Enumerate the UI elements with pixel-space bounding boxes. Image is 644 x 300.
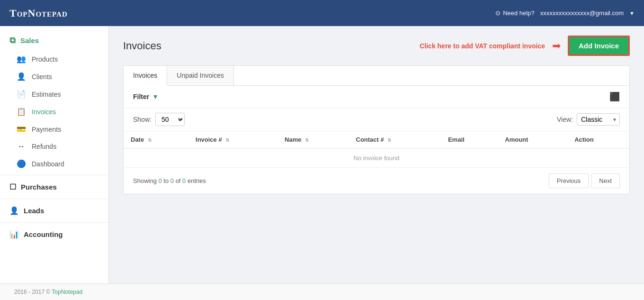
header: TopNotepad ⊙ Need help? xxxxxxxxxxxxxxxx… (0, 0, 644, 26)
show-select[interactable]: 10 25 50 100 (155, 113, 185, 126)
main-layout: ⧉ Sales 👥 Products 👤 Clients 📄 Estimates… (0, 26, 644, 283)
view-select[interactable]: Classic Modern Compact (577, 113, 620, 126)
add-invoice-button[interactable]: Add Invoice (568, 36, 630, 56)
view-select-wrapper: Classic Modern Compact (577, 113, 620, 126)
logo: TopNotepad (9, 7, 68, 19)
table-empty-row: No invoice found (124, 148, 629, 168)
sidebar-item-estimates[interactable]: 📄 Estimates (0, 85, 108, 103)
sidebar-item-products[interactable]: 👥 Products (0, 50, 108, 68)
col-invoice-num[interactable]: Invoice # ⇅ (188, 131, 277, 148)
pagination: Previous Next (549, 173, 620, 188)
entries-info: Showing 0 to 0 of 0 entries (133, 177, 206, 184)
page-footer: 2016 - 2017 © TopNotepad (0, 283, 644, 300)
controls-bar: Show: 10 25 50 100 View: Class (124, 108, 629, 131)
filter-bar: Filter ▼ ⬛ (124, 86, 629, 108)
tab-unpaid-invoices[interactable]: Unpaid Invoices (167, 66, 234, 85)
sidebar-item-payments[interactable]: 💳 Payments (0, 120, 108, 138)
col-name[interactable]: Name ⇅ (277, 131, 349, 148)
sidebar-accounting-header[interactable]: 📊 Accounting (0, 225, 108, 244)
col-email: Email (441, 131, 498, 148)
sort-invoice-icon: ⇅ (225, 137, 229, 143)
next-button[interactable]: Next (591, 173, 620, 188)
products-icon: 👥 (17, 55, 26, 64)
show-label: Show: (133, 116, 152, 123)
invoices-card: Invoices Unpaid Invoices Filter ▼ ⬛ Show… (123, 65, 630, 194)
arrow-right-icon: ➡ (552, 40, 561, 52)
showing-suffix: entries (186, 177, 206, 184)
dashboard-icon: 🔵 (17, 159, 26, 168)
sort-name-icon: ⇅ (305, 137, 309, 143)
sidebar-leads-header[interactable]: 👤 Leads (0, 201, 108, 220)
showing-prefix: Showing (133, 177, 158, 184)
sidebar-divider-3 (0, 222, 108, 223)
sort-contact-icon: ⇅ (387, 137, 391, 143)
sidebar-purchases-header[interactable]: ☐ Purchases (0, 178, 108, 196)
filter-label: Filter (133, 93, 149, 100)
help-link[interactable]: ⊙ Need help? (495, 9, 535, 17)
sidebar-divider-2 (0, 199, 108, 199)
sort-date-icon: ⇅ (148, 137, 152, 143)
table-body: No invoice found (124, 148, 629, 168)
showing-to: 0 (170, 177, 174, 184)
purchases-icon: ☐ (9, 182, 16, 191)
clients-icon: 👤 (17, 72, 26, 81)
export-icon[interactable]: ⬛ (609, 91, 620, 102)
view-control: View: Classic Modern Compact (557, 113, 620, 126)
table-footer: Showing 0 to 0 of 0 entries Previous Nex… (124, 168, 629, 194)
page-header: Invoices Click here to add VAT compliant… (123, 36, 630, 56)
footer-text: 2016 - 2017 © TopNotepad (14, 289, 82, 295)
invoices-table: Date ⇅ Invoice # ⇅ Name ⇅ (124, 131, 629, 168)
view-label: View: (557, 116, 573, 123)
filter-icon: ▼ (152, 93, 159, 100)
sidebar-item-invoices[interactable]: 📋 Invoices (0, 103, 108, 120)
accounting-icon: 📊 (9, 230, 19, 239)
estimates-icon: 📄 (17, 90, 26, 99)
showing-from: 0 (158, 177, 161, 184)
sidebar: ⧉ Sales 👥 Products 👤 Clients 📄 Estimates… (0, 26, 109, 283)
page-header-right: Click here to add VAT compliant invoice … (420, 36, 630, 56)
col-amount: Amount (498, 131, 567, 148)
content-area: Invoices Click here to add VAT compliant… (109, 26, 644, 283)
filter-left: Filter ▼ (133, 93, 159, 100)
help-circle-icon: ⊙ (495, 9, 501, 17)
tabs-container: Invoices Unpaid Invoices (124, 66, 629, 86)
layers-icon: ⧉ (9, 36, 16, 45)
table-header: Date ⇅ Invoice # ⇅ Name ⇅ (124, 131, 629, 148)
vat-prompt: Click here to add VAT compliant invoice (420, 42, 545, 50)
refunds-icon: ↔ (17, 142, 26, 151)
col-contact[interactable]: Contact # ⇅ (349, 131, 441, 148)
user-email: xxxxxxxxxxxxxxxx@gmail.com (540, 9, 624, 17)
sidebar-item-clients[interactable]: 👤 Clients (0, 68, 108, 85)
col-date[interactable]: Date ⇅ (124, 131, 188, 148)
table-header-row: Date ⇅ Invoice # ⇅ Name ⇅ (124, 131, 629, 148)
header-right: ⊙ Need help? xxxxxxxxxxxxxxxx@gmail.com … (495, 9, 635, 17)
sidebar-item-refunds[interactable]: ↔ Refunds (0, 138, 108, 155)
previous-button[interactable]: Previous (549, 173, 589, 188)
invoices-icon: 📋 (17, 107, 26, 116)
user-dropdown-icon[interactable]: ▼ (629, 10, 635, 16)
show-control: Show: 10 25 50 100 (133, 113, 185, 126)
payments-icon: 💳 (17, 125, 26, 134)
sidebar-divider-1 (0, 175, 108, 175)
col-action: Action (567, 131, 629, 148)
footer-link[interactable]: TopNotepad (52, 289, 82, 295)
sidebar-item-dashboard[interactable]: 🔵 Dashboard (0, 155, 108, 173)
table-container: Date ⇅ Invoice # ⇅ Name ⇅ (124, 131, 629, 168)
sidebar-sales-header[interactable]: ⧉ Sales (0, 31, 108, 50)
page-title: Invoices (123, 40, 161, 52)
leads-icon: 👤 (9, 206, 19, 215)
no-data-message: No invoice found (124, 148, 629, 168)
show-select-wrapper: 10 25 50 100 (155, 113, 185, 126)
tab-invoices[interactable]: Invoices (124, 66, 167, 86)
